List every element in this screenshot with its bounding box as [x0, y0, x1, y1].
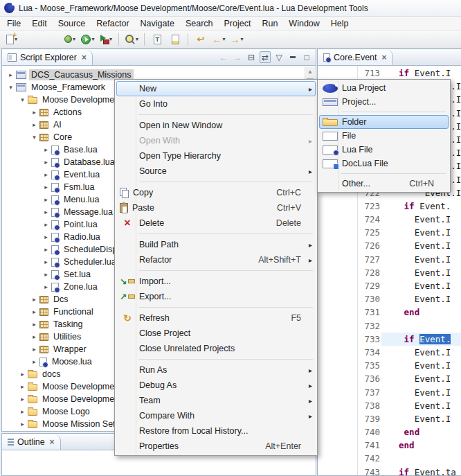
expand-arrow-icon[interactable]: ▸: [19, 408, 26, 415]
menubar-item-source[interactable]: Source: [53, 17, 91, 30]
close-tab-icon[interactable]: ×: [382, 53, 387, 62]
expand-arrow-icon[interactable]: ▸: [30, 333, 38, 340]
expand-arrow-icon[interactable]: ▸: [30, 296, 38, 303]
collapse-arrow-icon[interactable]: ▾: [7, 84, 15, 91]
collapse-arrow-icon[interactable]: ▾: [19, 96, 26, 103]
context-menu-item-close-unrelated-projects[interactable]: Close Unrelated Projects: [116, 341, 316, 356]
submenu-item-folder[interactable]: Folder: [319, 115, 449, 129]
context-menu-item-open-type-hierarchy[interactable]: Open Type Hierarchy: [116, 148, 316, 164]
expand-arrow-icon[interactable]: ▸: [42, 146, 50, 153]
expand-arrow-icon[interactable]: ▸: [42, 271, 50, 278]
menubar-item-project[interactable]: Project: [219, 17, 257, 30]
context-menu-item-paste[interactable]: PasteCtrl+V: [116, 200, 316, 215]
menubar-item-file[interactable]: File: [1, 17, 26, 30]
expand-arrow-icon[interactable]: ▸: [30, 321, 38, 328]
view-menu-icon[interactable]: ▽: [273, 51, 284, 63]
expand-arrow-icon[interactable]: ▸: [7, 71, 15, 78]
context-menu-item-go-into[interactable]: Go Into: [116, 96, 316, 112]
context-menu-item-export[interactable]: Export...: [116, 289, 316, 304]
menubar-item-refactor[interactable]: Refactor: [91, 17, 134, 30]
expand-arrow-icon[interactable]: ▸: [30, 121, 38, 128]
expand-arrow-icon[interactable]: ▸: [42, 258, 50, 265]
context-menu-item-new[interactable]: New▸: [116, 81, 316, 96]
context-menu-item-delete[interactable]: DeleteDelete: [116, 215, 316, 231]
expand-arrow-icon[interactable]: ▸: [19, 421, 26, 427]
context-menu-item-open-in-new-window[interactable]: Open in New Window: [116, 118, 316, 133]
close-tab-icon[interactable]: ×: [50, 437, 55, 447]
expand-arrow-icon[interactable]: ▸: [19, 383, 26, 390]
context-menu-item-import[interactable]: Import...: [116, 274, 316, 289]
expand-arrow-icon[interactable]: ▸: [42, 209, 50, 215]
open-type-button[interactable]: [149, 32, 165, 47]
annotation-button[interactable]: [167, 32, 183, 47]
context-menu-item-build-path[interactable]: Build Path▸: [116, 237, 316, 252]
expand-arrow-icon[interactable]: ▸: [30, 109, 38, 116]
new-wizard-button[interactable]: ▾: [3, 32, 20, 47]
context-menu-item-copy[interactable]: CopyCtrl+C: [116, 185, 316, 200]
expand-arrow-icon[interactable]: ▸: [42, 246, 50, 253]
context-menu-item-run-as[interactable]: Run As▸: [116, 362, 316, 378]
menubar-item-edit[interactable]: Edit: [26, 17, 53, 30]
external-tools-button[interactable]: ▾: [98, 32, 114, 47]
forward-button[interactable]: ▾: [228, 32, 245, 47]
collapse-all-icon[interactable]: ⊟: [246, 51, 257, 63]
back-icon[interactable]: ←: [218, 51, 229, 63]
dropdown-arrow-icon[interactable]: ▾: [223, 36, 226, 42]
dropdown-arrow-icon[interactable]: ▾: [136, 36, 138, 42]
expand-arrow-icon[interactable]: ▸: [19, 396, 26, 403]
link-with-editor-icon[interactable]: ⇄: [260, 51, 271, 63]
run-button[interactable]: ▾: [80, 32, 96, 47]
tree-item-label: Moose.lua: [50, 356, 94, 367]
expand-arrow-icon[interactable]: ▸: [42, 221, 50, 228]
context-menu-item-open-with[interactable]: Open With▸: [116, 133, 316, 148]
tab-script-explorer[interactable]: Script Explorer ×: [2, 50, 93, 65]
expand-arrow-icon[interactable]: ▸: [19, 371, 26, 378]
expand-arrow-icon[interactable]: ▸: [30, 358, 38, 365]
context-menu-item-compare-with[interactable]: Compare With▸: [116, 408, 316, 423]
scroll-up-icon[interactable]: ▲: [305, 67, 315, 77]
last-edit-location-button[interactable]: [192, 32, 209, 47]
submenu-item-file[interactable]: File: [319, 129, 449, 143]
menubar-item-search[interactable]: Search: [180, 17, 219, 30]
expand-arrow-icon[interactable]: ▸: [30, 308, 38, 315]
expand-arrow-icon[interactable]: ▸: [42, 184, 50, 191]
dropdown-arrow-icon[interactable]: ▾: [241, 36, 244, 42]
menubar-item-navigate[interactable]: Navigate: [135, 17, 180, 30]
expand-arrow-icon[interactable]: ▸: [30, 346, 38, 353]
tab-core-event[interactable]: Core.Event ×: [318, 50, 393, 65]
context-menu-item-restore-from-local-history[interactable]: Restore from Local History...: [116, 423, 316, 439]
submenu-item-other[interactable]: Other...Ctrl+N: [319, 177, 449, 191]
context-menu-item-source[interactable]: Source▸: [116, 164, 316, 179]
dropdown-arrow-icon[interactable]: ▾: [91, 36, 94, 42]
back-button[interactable]: ▾: [210, 32, 227, 47]
expand-arrow-icon[interactable]: ▸: [42, 159, 50, 166]
tab-outline[interactable]: Outline ×: [2, 434, 61, 450]
context-menu-item-debug-as[interactable]: Debug As▸: [116, 378, 316, 393]
submenu-item-lua-file[interactable]: Lua File: [319, 143, 449, 157]
menubar-item-run[interactable]: Run: [256, 17, 283, 30]
menubar-item-window[interactable]: Window: [283, 17, 325, 30]
minimize-icon[interactable]: [287, 51, 298, 63]
dropdown-arrow-icon[interactable]: ▾: [109, 36, 112, 42]
context-menu-item-team[interactable]: Team▸: [116, 393, 316, 408]
expand-arrow-icon[interactable]: ▸: [42, 171, 50, 178]
submenu-item-lua-project[interactable]: Lua Project: [319, 81, 449, 95]
context-menu-item-close-project[interactable]: Close Project: [116, 326, 316, 341]
context-menu-item-refactor[interactable]: RefactorAlt+Shift+T▸: [116, 252, 316, 267]
context-menu-item-properties[interactable]: PropertiesAlt+Enter: [116, 439, 316, 454]
menubar-item-help[interactable]: Help: [325, 17, 354, 30]
maximize-icon[interactable]: □: [301, 51, 312, 63]
close-tab-icon[interactable]: ×: [82, 53, 87, 62]
expand-arrow-icon[interactable]: ▸: [42, 233, 50, 240]
debug-button[interactable]: ▾: [62, 32, 78, 47]
menu-item-label: Open in New Window: [135, 121, 304, 130]
forward-icon[interactable]: →: [232, 51, 243, 63]
dropdown-arrow-icon[interactable]: ▾: [73, 36, 75, 42]
expand-arrow-icon[interactable]: ▸: [42, 196, 50, 203]
context-menu-item-refresh[interactable]: RefreshF5: [116, 310, 316, 326]
search-button[interactable]: ▾: [123, 32, 140, 47]
submenu-item-project[interactable]: Project...: [319, 95, 449, 109]
collapse-arrow-icon[interactable]: ▾: [30, 134, 38, 141]
expand-arrow-icon[interactable]: ▸: [42, 283, 50, 290]
submenu-item-doclua-file[interactable]: DocLua File: [319, 157, 449, 170]
